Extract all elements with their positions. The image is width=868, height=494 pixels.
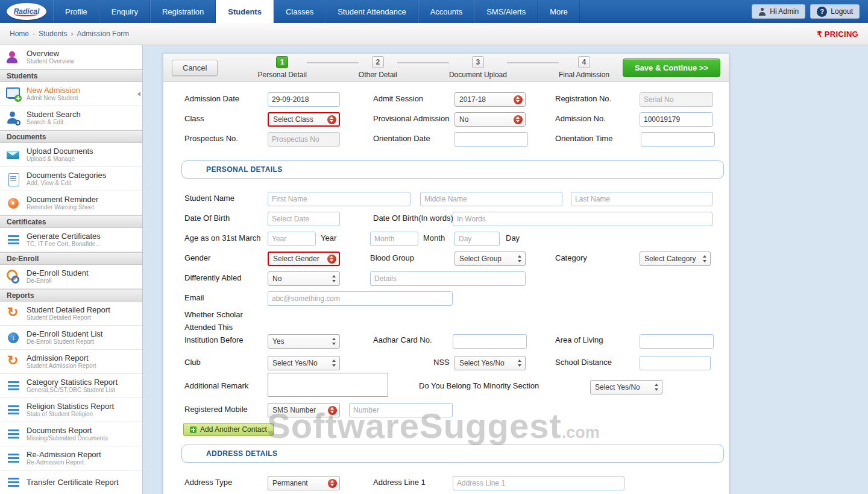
nav-tab-classes[interactable]: Classes [274, 0, 326, 23]
step-document-upload[interactable]: 3 Document Upload [449, 56, 507, 79]
aadhar-input[interactable] [453, 334, 527, 349]
admission-no-input[interactable] [640, 112, 713, 127]
nav-tab-registration[interactable]: Registration [150, 0, 216, 23]
category-select[interactable]: Select Category [640, 252, 711, 266]
greeting-text: Hi Admin [770, 7, 799, 16]
age-label: Age as on 31st March [184, 233, 260, 242]
help-icon[interactable]: ? [817, 7, 827, 17]
form-row-differently-abled: Differently Abled No [163, 270, 729, 290]
nav-tab-profile[interactable]: Profile [53, 0, 99, 23]
sidebar-item-transfer-certificate-report[interactable]: Transfer Certificate Report [0, 470, 142, 494]
form-row-dob: Date Of Birth Date Of Birth(In words) [163, 211, 729, 230]
age-month-input[interactable] [370, 232, 418, 246]
nav-tab-enquiry[interactable]: Enquiry [99, 0, 150, 23]
cancel-button[interactable]: Cancel [172, 60, 218, 76]
sidebar-item-documents-report[interactable]: Documents Report Missing/Submitted Docum… [0, 422, 142, 446]
nav-tab-students[interactable]: Students [216, 0, 274, 23]
sidebar-item-student-detailed-report[interactable]: Student Detailed Report Student Detailed… [0, 302, 142, 326]
admission-form-card: Cancel 1 Personal Detail 2 Other Detail … [163, 53, 729, 494]
first-name-input[interactable] [268, 192, 410, 206]
sidebar-item-admission-report[interactable]: Admission Report Student Admission Repor… [0, 350, 142, 374]
select-arrows-icon [514, 115, 523, 124]
differently-abled-select[interactable]: No [268, 271, 340, 286]
additional-remark-textarea[interactable] [268, 373, 388, 397]
gender-select[interactable]: Select Gender [268, 252, 340, 266]
age-day-input[interactable] [454, 232, 500, 246]
step-other-detail[interactable]: 2 Other Detail [359, 56, 397, 79]
class-label: Class [184, 114, 204, 123]
sidebar-item-de-enroll-student[interactable]: De-Enroll Student De-Enroll [0, 265, 142, 289]
registered-mobile-label: Registered Mobile [184, 405, 248, 414]
sidebar-item-documents-categories[interactable]: Documents Categories Add, View & Edit [0, 167, 142, 191]
save-continue-button[interactable]: Save & Continue >> [623, 59, 720, 77]
step-connector [307, 62, 359, 63]
blood-group-select[interactable]: Select Group [454, 252, 526, 266]
gender-label: Gender [184, 253, 210, 262]
school-distance-label: School Distance [555, 358, 612, 367]
address-line1-input[interactable] [453, 476, 624, 490]
dob-input[interactable] [268, 212, 340, 226]
admit-session-label: Admit Session [373, 94, 423, 103]
school-distance-input[interactable] [640, 356, 711, 370]
scholar-select[interactable]: Yes [268, 334, 340, 349]
breadcrumb-students[interactable]: Students [39, 30, 67, 38]
sidebar-section-reports: Reports [0, 289, 142, 302]
dob-words-input[interactable] [453, 212, 712, 226]
step-personal-detail[interactable]: 1 Personal Detail [257, 56, 306, 79]
nav-tab-accounts[interactable]: Accounts [418, 0, 474, 23]
sidebar-item-re-admission-report[interactable]: Re-Admission Report Re-Admission Report [0, 446, 142, 470]
sidebar-item-overview[interactable]: Overview Student Overview [0, 45, 142, 69]
sidebar-item-religion-statistics-report[interactable]: Religion Statistics Report Stats of Stud… [0, 398, 142, 422]
registration-no-input[interactable] [640, 92, 713, 107]
month-unit-text: Month [423, 233, 445, 242]
disability-details-input[interactable] [370, 271, 526, 286]
nav-right: Hi Admin ? Logout [752, 0, 868, 23]
app-logo[interactable]: Radical [0, 0, 53, 23]
nav-tab-more[interactable]: More [538, 0, 580, 23]
sidebar-item-de-enroll-student-list[interactable]: De-Enroll Student List De-Enroll Student… [0, 326, 142, 350]
last-name-input[interactable] [571, 192, 712, 206]
middle-name-input[interactable] [420, 192, 562, 206]
area-of-living-input[interactable] [640, 334, 714, 349]
form-row-add-contact: Add Another Contact [163, 422, 729, 440]
sidebar-item-category-statistics-report[interactable]: Category Statistics Report General,SC/ST… [0, 374, 142, 398]
sms-number-select[interactable]: SMS Number [268, 403, 340, 417]
orientation-time-input[interactable] [641, 132, 715, 147]
step-final-admission[interactable]: 4 Final Admission [559, 56, 609, 79]
mobile-number-input[interactable] [349, 403, 453, 417]
class-select[interactable]: Select Class [268, 112, 340, 127]
address-type-select[interactable]: Permanent [268, 476, 340, 490]
nav-tab-student-attendance[interactable]: Student Attendance [326, 0, 418, 23]
admission-no-label: Admission No. [555, 114, 606, 123]
admit-session-select[interactable]: 2017-18 [454, 92, 526, 107]
top-navbar: Radical Profile Enquiry Registration Stu… [0, 0, 868, 23]
minority-select[interactable]: Select Yes/No [590, 380, 662, 394]
provisional-admission-select[interactable]: No [454, 112, 526, 127]
nss-select[interactable]: Select Yes/No [454, 356, 526, 370]
list-report-icon [5, 451, 21, 466]
sidebar-item-document-reminder[interactable]: Document Reminder Reminder Warning Sheet [0, 191, 142, 215]
user-greeting[interactable]: Hi Admin [752, 4, 805, 19]
minority-label: Do You Belong To Minority Section [419, 381, 539, 390]
admission-date-input[interactable] [268, 92, 340, 107]
prospectus-no-input[interactable] [268, 132, 340, 147]
pricing-link[interactable]: ₹ PRICING [817, 30, 858, 39]
sidebar-item-generate-certificates[interactable]: Generate Certificates TC, IT Fee Cert, B… [0, 228, 142, 252]
club-select[interactable]: Select Yes/No [268, 356, 340, 370]
collapse-arrow-icon[interactable] [137, 92, 140, 97]
sidebar-item-upload-documents[interactable]: Upload Documents Upload & Manage [0, 143, 142, 167]
year-unit-text: Year [321, 233, 336, 242]
add-another-contact-button[interactable]: Add Another Contact [183, 423, 274, 436]
logout-button[interactable]: ? Logout [810, 4, 860, 19]
sidebar-item-new-admission[interactable]: New Admission Admit New Student [0, 82, 142, 106]
form-row-student-name: Student Name [163, 191, 729, 211]
orientation-date-input[interactable] [454, 132, 528, 147]
nav-tab-sms-alerts[interactable]: SMS/Alerts [474, 0, 538, 23]
email-input[interactable] [268, 291, 453, 306]
sidebar-item-student-search[interactable]: Student Search Search & Edit [0, 106, 142, 130]
upload-documents-icon [5, 147, 21, 163]
select-arrows-icon [332, 359, 337, 367]
age-year-input[interactable] [268, 232, 316, 246]
breadcrumb-home[interactable]: Home [10, 30, 29, 38]
breadcrumb: Home - Students › Admission Form ₹ PRICI… [0, 23, 868, 45]
